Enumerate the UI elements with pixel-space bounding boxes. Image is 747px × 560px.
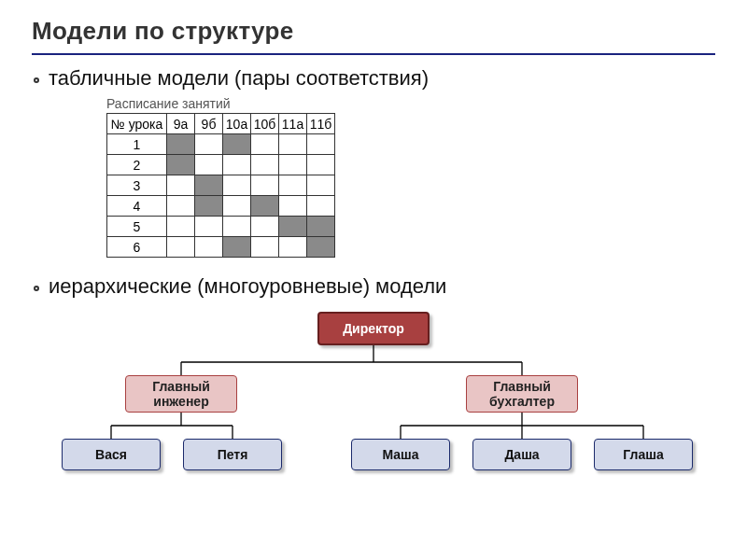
bullet-text-2: иерархические (многоуровневые) модели: [49, 274, 446, 299]
schedule-cell: [307, 237, 335, 258]
schedule-cell: [167, 134, 195, 155]
node-petya: Петя: [183, 439, 282, 470]
bullet-dot-icon: [34, 77, 39, 83]
node-dasha: Даша: [472, 439, 571, 470]
lesson-number-cell: 3: [107, 175, 167, 196]
col-class-header: 11б: [307, 114, 335, 134]
bullet-hierarchical: иерархические (многоуровневые) модели: [32, 274, 715, 299]
schedule-cell: [167, 237, 195, 258]
schedule-cell: [279, 237, 307, 258]
schedule-section: Расписание занятий № урока9а9б10а10б11а1…: [106, 96, 715, 258]
schedule-cell: [307, 175, 335, 196]
node-chief-engineer: Главный инженер: [125, 375, 237, 413]
schedule-cell: [279, 175, 307, 196]
bullet-text-1: табличные модели (пары соответствия): [49, 66, 429, 91]
schedule-cell: [251, 134, 279, 155]
schedule-cell: [167, 196, 195, 217]
schedule-cell: [223, 217, 251, 237]
schedule-cell: [279, 134, 307, 155]
schedule-cell: [307, 196, 335, 217]
schedule-cell: [251, 175, 279, 196]
schedule-cell: [223, 196, 251, 217]
node-vasya: Вася: [62, 439, 161, 470]
schedule-cell: [223, 134, 251, 155]
lesson-number-cell: 6: [107, 237, 167, 258]
col-class-header: 9б: [195, 114, 223, 134]
schedule-cell: [223, 237, 251, 258]
table-row: 3: [107, 175, 335, 196]
lesson-number-cell: 4: [107, 196, 167, 217]
schedule-cell: [195, 217, 223, 237]
schedule-cell: [167, 217, 195, 237]
schedule-cell: [195, 237, 223, 258]
schedule-caption: Расписание занятий: [106, 96, 715, 111]
schedule-cell: [195, 175, 223, 196]
hierarchy-diagram: Директор Главный инженер Главный бухгалт…: [32, 308, 715, 485]
schedule-cell: [307, 217, 335, 237]
table-row: 1: [107, 134, 335, 155]
col-class-header: 10б: [251, 114, 279, 134]
node-director: Директор: [317, 312, 430, 345]
table-row: 6: [107, 237, 335, 258]
bullet-tabular: табличные модели (пары соответствия): [32, 66, 715, 91]
node-glasha: Глаша: [594, 439, 693, 470]
schedule-cell: [279, 155, 307, 175]
schedule-cell: [307, 155, 335, 175]
bullet-dot-icon: [34, 286, 39, 291]
lesson-number-cell: 5: [107, 217, 167, 237]
schedule-cell: [167, 175, 195, 196]
col-class-header: 9а: [167, 114, 195, 134]
schedule-cell: [195, 134, 223, 155]
table-row: 4: [107, 196, 335, 217]
schedule-cell: [167, 155, 195, 175]
lesson-number-cell: 1: [107, 134, 167, 155]
schedule-cell: [251, 196, 279, 217]
node-chief-accountant: Главный бухгалтер: [466, 375, 578, 413]
schedule-cell: [279, 196, 307, 217]
schedule-cell: [195, 196, 223, 217]
schedule-cell: [223, 175, 251, 196]
schedule-cell: [251, 217, 279, 237]
col-class-header: 10а: [223, 114, 251, 134]
table-row: 5: [107, 217, 335, 237]
col-lesson-header: № урока: [107, 114, 167, 134]
lesson-number-cell: 2: [107, 155, 167, 175]
slide-title: Модели по структуре: [32, 17, 715, 55]
table-row: 2: [107, 155, 335, 175]
schedule-cell: [251, 237, 279, 258]
schedule-cell: [195, 155, 223, 175]
col-class-header: 11а: [279, 114, 307, 134]
schedule-table: № урока9а9б10а10б11а11б 123456: [106, 113, 335, 258]
node-masha: Маша: [351, 439, 450, 470]
schedule-cell: [279, 217, 307, 237]
schedule-cell: [251, 155, 279, 175]
schedule-cell: [307, 134, 335, 155]
schedule-cell: [223, 155, 251, 175]
